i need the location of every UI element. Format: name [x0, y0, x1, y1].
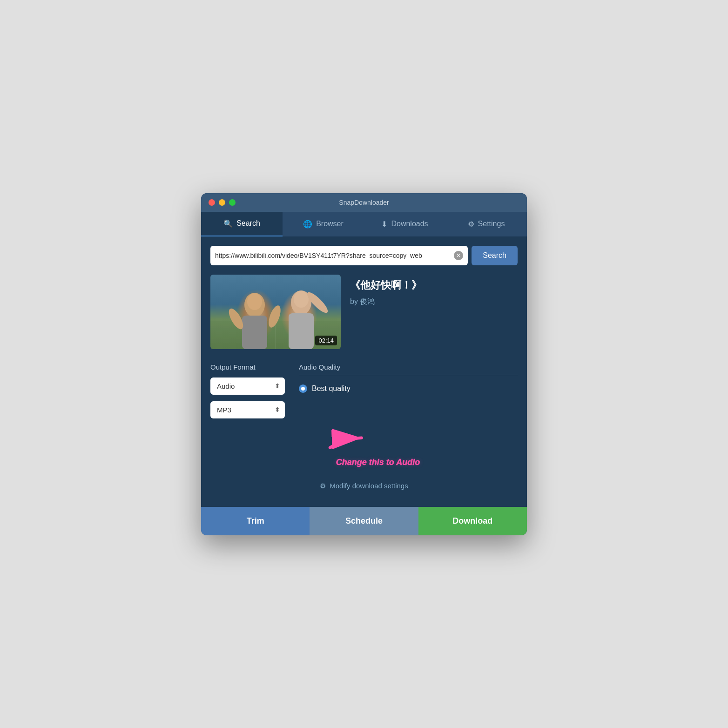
title-bar: SnapDownloader: [201, 193, 527, 212]
svg-rect-9: [289, 313, 314, 349]
window-title: SnapDownloader: [339, 199, 389, 206]
modify-settings-icon: ⚙: [320, 482, 326, 490]
search-bar: ✕ Search: [210, 246, 518, 265]
browser-tab-icon: 🌐: [303, 220, 312, 229]
video-author: by 俊鸿: [350, 297, 518, 307]
minimize-button[interactable]: [219, 199, 225, 206]
url-input-container: ✕: [210, 246, 468, 265]
quality-section: Audio Quality Best quality: [299, 363, 518, 395]
tab-search-label: Search: [236, 219, 260, 228]
search-button[interactable]: Search: [472, 246, 518, 265]
annotation-wrapper: Change this to Audio: [308, 425, 420, 467]
tab-search[interactable]: 🔍 Search: [201, 212, 283, 236]
trim-button[interactable]: Trim: [201, 507, 310, 535]
tab-downloads-label: Downloads: [391, 220, 428, 228]
video-meta: 《他好快啊！》 by 俊鸿: [350, 275, 518, 349]
download-button[interactable]: Download: [418, 507, 527, 535]
modify-settings-label: Modify download settings: [330, 482, 408, 490]
app-window: SnapDownloader 🔍 Search 🌐 Browser ⬇ Down…: [201, 193, 527, 535]
settings-tab-icon: ⚙: [468, 220, 474, 229]
quality-option-best[interactable]: Best quality: [299, 383, 518, 395]
tab-bar: 🔍 Search 🌐 Browser ⬇ Downloads ⚙ Setting…: [201, 212, 527, 236]
format-select[interactable]: Video Audio: [210, 377, 285, 395]
svg-point-8: [294, 291, 309, 308]
close-button[interactable]: [209, 199, 215, 206]
video-title: 《他好快啊！》: [350, 278, 518, 292]
tab-browser-label: Browser: [316, 220, 344, 228]
main-content: ✕ Search: [201, 236, 527, 507]
tab-settings[interactable]: ⚙ Settings: [445, 212, 527, 236]
video-thumbnail: 02:14: [210, 275, 341, 349]
options-row: Output Format Video Audio ⬍ MP3 AAC WAV …: [210, 363, 518, 418]
duration-badge: 02:14: [315, 336, 337, 345]
clear-url-button[interactable]: ✕: [454, 251, 463, 260]
quality-divider: [299, 375, 518, 375]
svg-point-3: [247, 293, 262, 310]
radio-best[interactable]: [299, 384, 307, 393]
format-section: Output Format Video Audio ⬍ MP3 AAC WAV …: [210, 363, 285, 418]
schedule-button[interactable]: Schedule: [310, 507, 418, 535]
codec-select[interactable]: MP3 AAC WAV FLAC: [210, 401, 285, 418]
audio-quality-label: Audio Quality: [299, 363, 518, 371]
modify-settings[interactable]: ⚙ Modify download settings: [210, 474, 518, 498]
video-info: 02:14 《他好快啊！》 by 俊鸿: [210, 275, 518, 349]
tab-browser[interactable]: 🌐 Browser: [283, 212, 364, 236]
output-format-label: Output Format: [210, 363, 285, 371]
url-input[interactable]: [215, 246, 454, 265]
tab-downloads[interactable]: ⬇ Downloads: [364, 212, 445, 236]
codec-select-wrapper: MP3 AAC WAV FLAC ⬍: [210, 401, 285, 418]
quality-best-label: Best quality: [312, 384, 351, 393]
format-select-wrapper: Video Audio ⬍: [210, 377, 285, 395]
svg-rect-4: [242, 316, 267, 349]
bottom-bar: Trim Schedule Download: [201, 507, 527, 535]
annotation-area: Change this to Audio: [210, 418, 518, 474]
svg-point-6: [266, 304, 283, 329]
search-tab-icon: 🔍: [223, 219, 233, 228]
downloads-tab-icon: ⬇: [381, 220, 387, 229]
traffic-lights: [209, 199, 236, 206]
maximize-button[interactable]: [229, 199, 236, 206]
tab-settings-label: Settings: [478, 220, 505, 228]
